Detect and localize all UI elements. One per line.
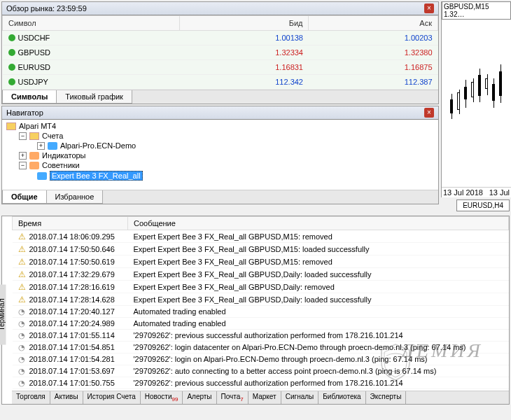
warning-icon: ⚠ <box>18 282 27 290</box>
col-message[interactable]: Сообщение <box>128 217 509 230</box>
warning-icon: ⚠ <box>18 257 27 265</box>
warning-icon: ⚠ <box>18 270 27 278</box>
bid-price: 1.32334 <box>179 46 309 60</box>
col-symbol[interactable]: Символ <box>3 16 180 31</box>
market-watch-header: Обзор рынка: 23:59:59 × <box>2 2 438 15</box>
log-time: ◔2018.07.14 17:01:50.755 <box>13 377 128 389</box>
terminal-tab[interactable]: Сигналы <box>281 391 319 404</box>
log-message: Expert Expert Bee 3 FX_Real_all GBPUSD,M… <box>128 230 509 243</box>
col-bid[interactable]: Бид <box>179 16 309 31</box>
folder-icon <box>6 122 16 130</box>
log-message: Expert Expert Bee 3 FX_Real_all GBPUSD,D… <box>128 281 509 293</box>
col-ask[interactable]: Аск <box>309 16 438 31</box>
log-time: ⚠2018.07.14 17:32:29.679 <box>13 268 128 281</box>
tab-favorites[interactable]: Избранное <box>46 190 104 204</box>
terminal-tabs: ТорговляАктивыИстория СчетаНовости99Алер… <box>12 391 509 404</box>
tree-account-item[interactable]: + Alpari-Pro.ECN-Demo <box>4 141 437 150</box>
terminal-tab[interactable]: Новости99 <box>141 391 183 404</box>
tree-accounts[interactable]: − Счета <box>4 131 437 141</box>
log-row[interactable]: ◔2018.07.14 17:01:55.114'29709262': prev… <box>13 330 509 342</box>
navigator-tree: Alpari MT4 − Счета + Alpari-Pro.ECN-Demo… <box>2 120 438 190</box>
log-time: ◔2018.07.14 17:01:54.281 <box>13 354 128 365</box>
log-row[interactable]: ◔2018.07.14 17:01:54.851'29709262': logi… <box>13 342 509 354</box>
tree-expert-item[interactable]: Expert Bee 3 FX_Real_all <box>4 170 437 181</box>
market-row[interactable]: USDJPY 112.342 112.387 <box>3 75 438 90</box>
terminal-tab[interactable]: Торговля <box>12 391 50 404</box>
log-row[interactable]: ⚠2018.07.14 17:28:16.619Expert Expert Be… <box>13 281 509 293</box>
terminal-tab[interactable]: Библиотека <box>318 391 365 404</box>
log-row[interactable]: ◔2018.07.14 17:01:54.281'29709262': logi… <box>13 354 509 365</box>
chart-panel[interactable]: GBPUSD,M15 1.32… 13 Jul 2018 13 Jul <box>441 1 511 197</box>
direction-up-icon <box>8 49 15 56</box>
log-row[interactable]: ◔2018.07.14 17:20:24.989Automated tradin… <box>13 318 509 330</box>
log-row[interactable]: ◔2018.07.14 17:20:40.127Automated tradin… <box>13 306 509 318</box>
log-time: ◔2018.07.14 17:20:40.127 <box>13 306 128 318</box>
info-icon: ◔ <box>18 379 27 387</box>
warning-icon: ⚠ <box>18 295 27 303</box>
market-row[interactable]: USDCHF 1.00138 1.00203 <box>3 31 438 46</box>
tab-tick[interactable]: Тиковый график <box>56 90 132 104</box>
log-row[interactable]: ⚠2018.07.14 17:32:29.679Expert Expert Be… <box>13 268 509 281</box>
log-row[interactable]: ⚠2018.07.14 17:28:14.628Expert Expert Be… <box>13 293 509 306</box>
info-icon: ◔ <box>18 307 27 316</box>
market-row[interactable]: GBPUSD 1.32334 1.32380 <box>3 46 438 60</box>
direction-up-icon <box>8 64 15 71</box>
terminal-tab[interactable]: Активы <box>50 391 83 404</box>
ask-price: 112.387 <box>309 75 438 90</box>
chart-tab-active[interactable]: EURUSD,H4 <box>456 200 510 211</box>
direction-up-icon <box>8 78 15 85</box>
log-message: Expert Expert Bee 3 FX_Real_all GBPUSD,D… <box>128 268 509 281</box>
log-row[interactable]: ◔2018.07.14 17:01:53.697'29709262': auto… <box>13 365 509 377</box>
info-icon: ◔ <box>18 319 27 328</box>
expand-icon[interactable]: + <box>37 142 45 150</box>
log-row[interactable]: ◔2018.07.14 17:01:50.755'29709262': prev… <box>13 377 509 389</box>
bid-price: 1.16831 <box>179 60 309 75</box>
terminal-tab[interactable]: История Счета <box>83 391 141 404</box>
warning-icon: ⚠ <box>18 244 27 253</box>
badge-count: 99 <box>172 396 178 402</box>
info-icon: ◔ <box>18 367 27 375</box>
collapse-icon[interactable]: − <box>19 162 27 169</box>
navigator-header: Навигатор × <box>2 106 438 120</box>
terminal-tab[interactable]: Почта7 <box>217 391 248 404</box>
navigator-title: Навигатор <box>6 108 43 117</box>
market-watch-table: Символ Бид Аск USDCHF 1.00138 1.00203GBP… <box>2 15 438 90</box>
bid-price: 112.342 <box>179 75 309 90</box>
col-time[interactable]: Время <box>13 217 128 230</box>
market-watch-tabs: Символы Тиковый график <box>2 90 438 104</box>
expand-icon[interactable]: + <box>19 152 27 160</box>
indicator-icon <box>29 152 39 160</box>
terminal-tab[interactable]: Эксперты <box>366 391 407 404</box>
log-message: Automated trading enabled <box>128 306 509 318</box>
collapse-icon[interactable]: − <box>19 132 27 140</box>
tree-root[interactable]: Alpari MT4 <box>4 121 437 131</box>
navigator-panel: Навигатор × Alpari MT4 − Счета + Alpari-… <box>1 106 439 204</box>
navigator-tabs: Общие Избранное <box>2 190 438 204</box>
chart-time-axis: 13 Jul 2018 13 Jul <box>442 187 511 197</box>
bid-price: 1.00138 <box>179 31 309 46</box>
log-message: Automated trading enabled <box>128 318 509 330</box>
close-icon[interactable]: × <box>424 108 434 118</box>
info-icon: ◔ <box>18 331 27 340</box>
tab-common[interactable]: Общие <box>2 190 47 204</box>
badge-count: 7 <box>240 396 243 402</box>
market-row[interactable]: EURUSD 1.16831 1.16875 <box>3 60 438 75</box>
symbol-name: GBPUSD <box>18 48 50 57</box>
tree-indicators[interactable]: + Индикаторы <box>4 150 437 160</box>
terminal-tab[interactable]: Маркет <box>248 391 281 404</box>
tree-experts[interactable]: − Советники <box>4 160 437 170</box>
direction-up-icon <box>8 34 15 41</box>
tab-symbols[interactable]: Символы <box>2 90 57 104</box>
log-row[interactable]: ⚠2018.07.14 17:50:50.646Expert Expert Be… <box>13 243 509 255</box>
selected-expert[interactable]: Expert Bee 3 FX_Real_all <box>50 171 143 181</box>
log-row[interactable]: ⚠2018.07.14 18:06:09.295Expert Expert Be… <box>13 230 509 243</box>
log-row[interactable]: ⚠2018.07.14 17:50:50.619Expert Expert Be… <box>13 255 509 268</box>
terminal-tab[interactable]: Алерты <box>183 391 216 404</box>
expert-icon <box>37 172 47 180</box>
ask-price: 1.16875 <box>309 60 438 75</box>
candlestick-area <box>443 43 510 169</box>
log-time: ◔2018.07.14 17:01:53.697 <box>13 365 128 377</box>
close-icon[interactable]: × <box>424 4 434 13</box>
terminal-table: Время Сообщение ⚠2018.07.14 18:06:09.295… <box>12 216 509 389</box>
log-time: ⚠2018.07.14 17:28:16.619 <box>13 281 128 293</box>
